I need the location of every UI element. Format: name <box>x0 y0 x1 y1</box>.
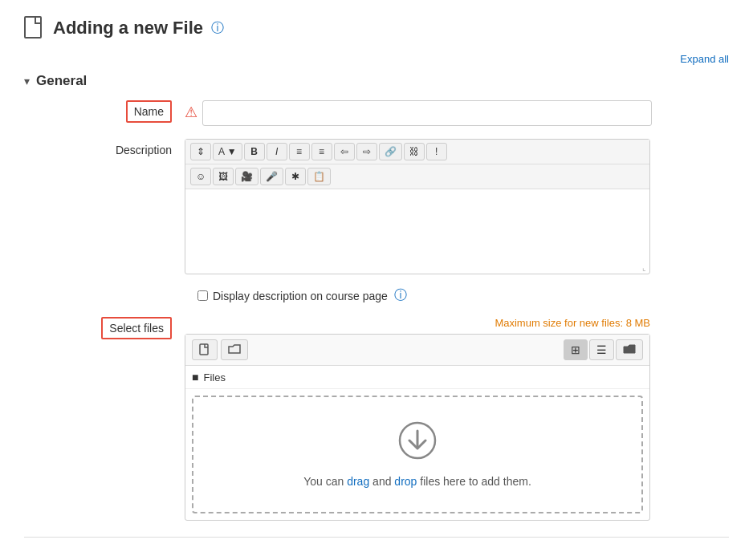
image-btn[interactable]: 🖼 <box>213 168 234 185</box>
folder-name: Files <box>203 371 225 383</box>
file-manager: ⊞ ☰ ■ Files <box>185 334 650 521</box>
add-folder-btn[interactable] <box>221 339 248 360</box>
italic-btn[interactable]: I <box>267 143 287 160</box>
file-path-row: ■ Files <box>185 366 649 389</box>
ul-btn[interactable]: ≡ <box>289 143 310 160</box>
format-btn[interactable]: ⇕ <box>190 143 211 160</box>
general-section-title: General <box>36 73 87 89</box>
section-header: ▾ General <box>24 73 729 89</box>
editor-resize-handle: ⌞ <box>185 262 649 274</box>
emoji-btn[interactable]: ☺ <box>190 168 211 185</box>
folder-icon: ■ <box>192 371 198 383</box>
exclamation-btn[interactable]: ! <box>426 143 447 160</box>
font-btn[interactable]: A ▼ <box>213 143 242 160</box>
description-editor: ⇕ A ▼ B I ≡ ≡ ⇦ ⇨ 🔗 ⛓ ! ☺ 🖼 🎥 🎤 ✱ 📋 ⌞ <box>185 139 650 274</box>
folder-view-icon <box>623 344 636 355</box>
display-description-checkbox[interactable] <box>197 290 208 301</box>
file-manager-toolbar: ⊞ ☰ <box>185 335 649 366</box>
file-manager-left <box>192 339 248 360</box>
add-file-btn[interactable] <box>192 339 218 360</box>
outdent-btn[interactable]: ⇦ <box>334 143 355 160</box>
page-title: Adding a new File <box>53 18 203 39</box>
ol-btn[interactable]: ≡ <box>311 143 332 160</box>
page-header: Adding a new File ⓘ <box>24 16 729 40</box>
paste-btn[interactable]: 📋 <box>307 168 331 185</box>
file-upload-area: Maximum size for new files: 8 MB <box>185 317 650 521</box>
star-btn[interactable]: ✱ <box>285 168 306 185</box>
display-desc-help-icon[interactable]: ⓘ <box>394 287 407 304</box>
bottom-divider <box>24 537 729 538</box>
select-files-row: Select files Maximum size for new files:… <box>24 317 729 521</box>
toolbar-row2: ☺ 🖼 🎥 🎤 ✱ 📋 <box>185 164 649 189</box>
view-list-btn[interactable]: ☰ <box>589 339 614 360</box>
drop-zone[interactable]: You can drag and drop files here to add … <box>192 396 643 513</box>
select-files-label[interactable]: Select files <box>101 317 172 339</box>
view-grid-btn[interactable]: ⊞ <box>564 339 588 360</box>
display-description-row: Display description on course page ⓘ <box>197 287 729 304</box>
file-outline-icon <box>24 16 45 40</box>
drop-text: You can drag and drop files here to add … <box>210 475 625 488</box>
toolbar-row1: ⇕ A ▼ B I ≡ ≡ ⇦ ⇨ 🔗 ⛓ ! <box>185 140 649 164</box>
name-label: Name <box>126 100 172 123</box>
file-manager-right: ⊞ ☰ <box>564 339 643 360</box>
required-icon: ⚠ <box>185 103 197 121</box>
record-btn[interactable]: 🎤 <box>260 168 283 185</box>
max-size-info: Maximum size for new files: 8 MB <box>185 317 650 329</box>
help-icon[interactable]: ⓘ <box>211 20 224 37</box>
chevron-down-icon[interactable]: ▾ <box>24 75 30 87</box>
name-row: Name ⚠ <box>24 100 729 126</box>
name-input[interactable] <box>202 100 652 126</box>
editor-body[interactable] <box>185 189 649 262</box>
unlink-btn[interactable]: ⛓ <box>404 143 425 160</box>
svg-rect-1 <box>200 344 208 355</box>
view-folder-btn[interactable] <box>616 339 643 360</box>
display-description-label[interactable]: Display description on course page <box>197 290 388 302</box>
media-btn[interactable]: 🎥 <box>235 168 258 185</box>
download-icon <box>210 421 625 467</box>
select-files-label-container: Select files <box>24 317 185 335</box>
expand-all-link[interactable]: Expand all <box>680 53 729 65</box>
link-btn[interactable]: 🔗 <box>379 143 402 160</box>
expand-all-row: Expand all <box>24 53 729 65</box>
indent-btn[interactable]: ⇨ <box>356 143 377 160</box>
add-file-icon <box>199 343 210 356</box>
bold-btn[interactable]: B <box>244 143 265 160</box>
svg-rect-0 <box>25 17 41 38</box>
name-label-container: Name <box>24 100 185 118</box>
add-folder-icon <box>228 344 241 355</box>
description-row: Description ⇕ A ▼ B I ≡ ≡ ⇦ ⇨ 🔗 ⛓ ! ☺ 🖼 … <box>24 139 729 274</box>
description-label: Description <box>24 139 185 156</box>
